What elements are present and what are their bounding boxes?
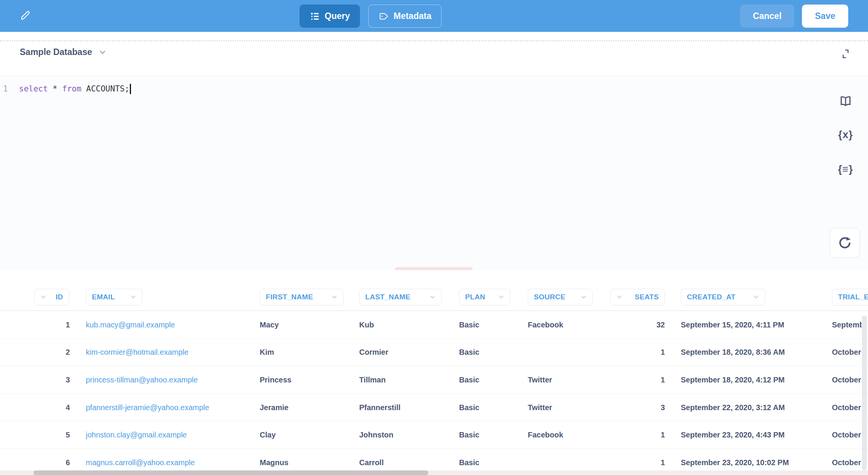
cell-id: 1 (23, 320, 70, 329)
table-row[interactable]: 1 kub.macy@gmail.example Macy Kub Basic … (0, 311, 868, 339)
cell-plan: Basic (459, 458, 520, 467)
cell-email-link[interactable]: pfannerstill-jeramie@yahoo.example (86, 403, 249, 412)
column-header-label: ID (55, 293, 63, 301)
editor-tabs: Query Metadata (300, 5, 442, 28)
cell-last-name: Kub (359, 320, 450, 329)
cell-created-at: September 15, 2020, 4:11 PM (681, 320, 810, 329)
data-reference-book-icon[interactable] (837, 95, 854, 108)
cell-created-at: September 22, 2020, 3:12 AM (681, 403, 810, 412)
chevron-down-icon (753, 294, 759, 300)
table-row[interactable]: 2 kim-cormier@hotmail.example Kim Cormie… (0, 339, 868, 366)
cell-seats: 1 (608, 431, 665, 439)
table-row[interactable]: 3 princess-tillman@yahoo.example Princes… (0, 366, 868, 394)
column-header-label: LAST_NAME (365, 293, 410, 301)
cell-source: Twitter (528, 403, 600, 412)
column-header-label: SOURCE (534, 293, 565, 301)
text-cursor (130, 84, 131, 94)
snippets-icon[interactable]: {≡} (837, 164, 854, 175)
tab-query[interactable]: Query (300, 5, 360, 28)
table-row[interactable]: 4 pfannerstill-jeramie@yahoo.example Jer… (0, 394, 868, 422)
cell-plan: Basic (459, 320, 520, 329)
database-strip: Sample Database (0, 32, 868, 76)
cell-source: Facebook (528, 320, 600, 329)
column-header-label: SEATS (635, 293, 659, 301)
variables-icon[interactable]: {x} (837, 129, 854, 141)
column-header-label: PLAN (465, 293, 485, 301)
metadata-tag-icon (379, 11, 388, 21)
sql-operator: * (53, 84, 62, 93)
tab-query-label: Query (325, 11, 350, 21)
column-header-id[interactable]: ID (34, 289, 69, 305)
edit-pencil-icon[interactable] (20, 10, 31, 21)
horizontal-scrollbar-thumb[interactable] (33, 470, 428, 475)
cell-first-name: Magnus (260, 458, 351, 467)
column-header-email[interactable]: EMAIL (86, 289, 142, 305)
column-header-seats[interactable]: SEATS (610, 289, 665, 305)
column-header-label: FIRST_NAME (266, 293, 313, 301)
cell-plan: Basic (459, 431, 520, 439)
line-number: 1 (0, 84, 19, 93)
query-list-icon (310, 11, 320, 21)
cell-id: 4 (23, 403, 70, 412)
chevron-down-icon (40, 294, 46, 300)
cell-last-name: Pfannerstill (359, 403, 450, 412)
refresh-icon (837, 235, 853, 251)
cell-email-link[interactable]: johnston.clay@gmail.example (86, 431, 249, 439)
cell-seats: 32 (608, 320, 665, 329)
cell-email-link[interactable]: kub.macy@gmail.example (86, 320, 249, 329)
cell-source: Twitter (528, 375, 600, 384)
column-header-trial-ends-at[interactable]: TRIAL_E (832, 289, 868, 305)
column-header-created-at[interactable]: CREATED_AT (681, 289, 765, 305)
sql-identifier: ACCOUNTS; (86, 84, 129, 93)
column-header-source[interactable]: SOURCE (528, 289, 593, 305)
cell-id: 6 (23, 458, 70, 467)
chevron-down-icon (581, 294, 587, 300)
cell-created-at: September 23, 2020, 10:02 PM (681, 458, 810, 467)
database-selector[interactable]: Sample Database (20, 47, 106, 57)
cell-seats: 1 (608, 348, 665, 357)
save-button[interactable]: Save (802, 5, 848, 28)
database-selector-label: Sample Database (20, 47, 92, 57)
chevron-down-icon (616, 294, 622, 300)
cell-id: 2 (23, 348, 70, 357)
native-query-editor-page: Query Metadata Cancel Save Sample Databa… (0, 0, 868, 475)
tab-metadata-label: Metadata (393, 11, 431, 21)
column-header-label: EMAIL (92, 293, 115, 301)
sql-keyword: select (19, 84, 53, 93)
cell-email-link[interactable]: magnus.carroll@yahoo.example (86, 458, 249, 467)
cell-plan: Basic (459, 403, 520, 412)
sql-editor-section: Sample Database 1 select * from ACCOUNTS… (0, 32, 868, 271)
tab-metadata[interactable]: Metadata (368, 5, 442, 28)
cell-first-name: Jeramie (260, 403, 351, 412)
chevron-down-icon (498, 294, 504, 300)
sql-code-line[interactable]: 1 select * from ACCOUNTS; (0, 80, 131, 97)
cell-id: 3 (23, 375, 70, 384)
column-header-last-name[interactable]: LAST_NAME (359, 289, 442, 305)
column-header-label: CREATED_AT (687, 293, 735, 301)
column-header-first-name[interactable]: FIRST_NAME (260, 289, 344, 305)
cell-email-link[interactable]: princess-tillman@yahoo.example (86, 375, 249, 384)
column-header-plan[interactable]: PLAN (459, 289, 510, 305)
table-row[interactable]: 5 johnston.clay@gmail.example Clay Johns… (0, 421, 868, 449)
cell-last-name: Carroll (359, 458, 450, 467)
run-query-button[interactable] (830, 228, 860, 258)
contract-editor-icon[interactable] (840, 49, 851, 59)
header-actions: Cancel Save (740, 5, 848, 28)
cell-last-name: Cormier (359, 348, 450, 357)
cell-plan: Basic (459, 348, 520, 357)
cell-source: Facebook (528, 431, 600, 439)
table-rows: 1 kub.macy@gmail.example Macy Kub Basic … (0, 311, 868, 475)
chevron-down-icon (429, 294, 436, 300)
sql-keyword: from (62, 84, 86, 93)
query-results-table: ID EMAIL FIRST_NAME LAST_NAME PLAN SOURC… (0, 270, 868, 475)
cell-id: 5 (23, 431, 70, 439)
cancel-button[interactable]: Cancel (740, 5, 794, 28)
cell-seats: 1 (608, 375, 665, 384)
cell-created-at: September 23, 2020, 4:43 PM (681, 431, 810, 439)
column-header-label: TRIAL_E (838, 293, 868, 301)
cell-first-name: Kim (260, 348, 351, 357)
chevron-down-icon (99, 49, 106, 56)
cell-email-link[interactable]: kim-cormier@hotmail.example (86, 348, 249, 357)
vertical-scrollbar[interactable] (862, 316, 867, 470)
cell-created-at: September 18, 2020, 8:36 AM (681, 348, 810, 357)
